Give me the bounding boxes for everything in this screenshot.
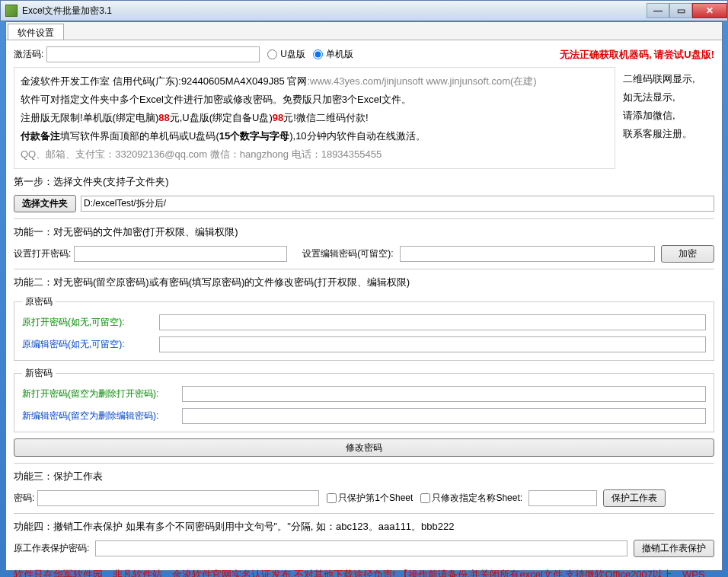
- usb-radio[interactable]: [267, 49, 277, 59]
- usb-label: U盘版: [280, 48, 305, 61]
- func2-title: 功能二：对无密码(留空原密码)或有密码(填写原密码)的文件修改密码(打开权限、编…: [14, 276, 714, 289]
- activation-input[interactable]: [46, 46, 260, 62]
- standalone-label: 单机版: [326, 48, 353, 61]
- open-pw-label: 设置打开密码:: [14, 247, 71, 260]
- edit-pw-label: 设置编辑密码(可留空):: [302, 247, 393, 260]
- tabbar: 软件设置: [6, 22, 722, 40]
- window-title: Excel文件批量加密3.1: [22, 5, 647, 18]
- func4-title: 功能四：撤销工作表保护 如果有多个不同密码则用中文句号"。"分隔, 如：abc1…: [14, 520, 714, 534]
- client-area: 软件设置 激活码: U盘版 单机版 无法正确获取机器码, 请尝试U盘版! 金浚软…: [5, 21, 723, 571]
- choose-folder-button[interactable]: 选择文件夹: [14, 195, 76, 212]
- protect-sheet-button[interactable]: 保护工作表: [603, 489, 666, 507]
- old-pw-legend: 原密码: [22, 295, 56, 308]
- only-first-check[interactable]: [327, 493, 337, 503]
- qr-info: 二维码联网显示, 如无法显示, 请添加微信, 联系客服注册。: [623, 67, 714, 169]
- f3-pw-label: 密码:: [14, 492, 34, 505]
- old-pw-fieldset: 原密码 原打开密码(如无,可留空): 原编辑密码(如无,可留空):: [14, 295, 714, 361]
- titlebar: Excel文件批量加密3.1 — ▭ ✕: [0, 0, 728, 21]
- folder-path-input[interactable]: [81, 196, 714, 212]
- new-edit-input[interactable]: [182, 408, 706, 424]
- new-edit-label: 新编辑密码(留空为删除编辑密码):: [22, 410, 182, 422]
- sheet-name-input[interactable]: [528, 490, 597, 506]
- edit-pw-input[interactable]: [400, 246, 655, 262]
- only-named-label: 只修改指定名称Sheet:: [432, 492, 522, 505]
- new-open-label: 新打开密码(留空为删除打开密码):: [22, 387, 182, 400]
- f3-pw-input[interactable]: [37, 490, 319, 506]
- old-open-input[interactable]: [159, 314, 706, 330]
- open-pw-input[interactable]: [74, 246, 287, 262]
- func3-title: 功能三：保护工作表: [14, 470, 714, 483]
- f4-pw-label: 原工作表保护密码:: [14, 542, 89, 555]
- encrypt-button[interactable]: 加密: [661, 245, 714, 263]
- tab-settings[interactable]: 软件设置: [8, 24, 64, 40]
- new-pw-fieldset: 新密码 新打开密码(留空为删除打开密码): 新编辑密码(留空为删除编辑密码):: [14, 367, 714, 432]
- maximize-button[interactable]: ▭: [669, 3, 692, 18]
- func1-title: 功能一：对无密码的文件加密(打开权限、编辑权限): [14, 225, 714, 239]
- close-button[interactable]: ✕: [692, 3, 727, 18]
- unprotect-button[interactable]: 撤销工作表保护: [634, 540, 714, 557]
- activation-error: 无法正确获取机器码, 请尝试U盘版!: [560, 48, 714, 62]
- info-panel: 金浚软件开发工作室 信用代码(广东):92440605MA4X049J85 官网…: [14, 67, 615, 169]
- new-pw-legend: 新密码: [22, 367, 56, 380]
- old-edit-label: 原编辑密码(如无,可留空):: [22, 338, 159, 351]
- activation-label: 激活码:: [14, 48, 43, 61]
- minimize-button[interactable]: —: [647, 3, 669, 18]
- step1-title: 第一步：选择文件夹(支持子文件夹): [14, 175, 714, 189]
- footer-note: 软件只在华军软件园、非凡软件站、金浚软件官网实名认证发布,不对其他下载途径负责!…: [14, 568, 714, 577]
- app-icon: [5, 5, 18, 17]
- standalone-radio[interactable]: [313, 49, 323, 59]
- old-edit-input[interactable]: [159, 336, 706, 352]
- change-pw-button[interactable]: 修改密码: [14, 438, 714, 457]
- new-open-input[interactable]: [182, 386, 706, 402]
- old-open-label: 原打开密码(如无,可留空):: [22, 316, 159, 329]
- only-first-label: 只保护第1个Sheet: [338, 492, 413, 505]
- f4-pw-input[interactable]: [95, 540, 627, 556]
- only-named-check[interactable]: [420, 493, 430, 503]
